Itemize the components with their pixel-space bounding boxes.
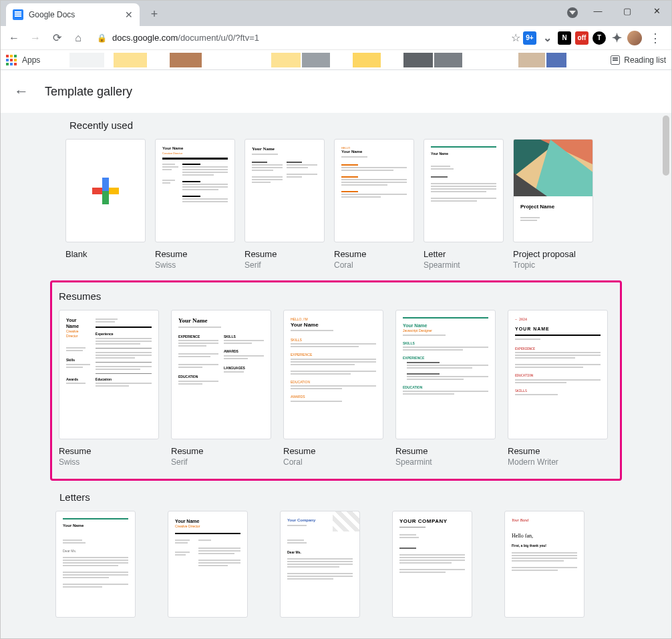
window-titlebar: Google Docs ✕ + — ▢ ✕ (1, 1, 671, 26)
template-card-blank[interactable]: Blank (65, 139, 146, 270)
bookmark-item[interactable] (434, 53, 462, 67)
section-letters: Letters Your Name Dear Ms. (55, 491, 617, 618)
section-resumes-highlighted: Resumes Your Name Creative Director Skil… (50, 280, 622, 481)
bookmark-item[interactable] (271, 53, 301, 67)
template-card-resume-coral[interactable]: HELLO Your Name Resume Coral (334, 139, 414, 270)
extension-icon[interactable]: N (558, 31, 571, 45)
template-card-resume-spearmint[interactable]: Your Name Javascript Designer SKILLS EXP… (395, 310, 496, 467)
extension-icon[interactable]: 9+ (523, 31, 536, 45)
template-card-resume-swiss[interactable]: Your Name Creative Director (155, 139, 235, 270)
bookmark-item[interactable] (302, 53, 330, 67)
window-controls: — ▢ ✕ (583, 1, 671, 21)
browser-menu-icon[interactable]: ⋮ (646, 29, 665, 47)
reading-list-button[interactable]: Reading list (605, 55, 666, 65)
pocket-icon[interactable]: ⌄ (540, 31, 554, 45)
browser-tab[interactable]: Google Docs ✕ (6, 3, 140, 26)
section-title: Resumes (59, 290, 609, 302)
bookmark-star-icon[interactable]: ☆ (511, 31, 520, 44)
bookmark-item[interactable] (546, 53, 566, 67)
template-card-resume-serif[interactable]: Your Name (244, 139, 325, 270)
bookmark-item[interactable] (518, 53, 545, 67)
docs-favicon-icon (13, 9, 23, 20)
address-bar[interactable]: 🔒 docs.google.com/document/u/0/?ftv=1 (90, 29, 508, 47)
template-card-letter-company[interactable]: Your Company Dear Ms. (280, 511, 380, 618)
profile-avatar[interactable] (627, 31, 642, 45)
section-title: Recently used (69, 120, 603, 131)
lock-icon: 🔒 (97, 33, 107, 43)
template-card-letter-fan[interactable]: Your Band Hello fan, First, a big thank … (504, 511, 605, 618)
template-card-resume-modern-writer[interactable]: — 2024 YOUR NAME EXPERIENCE EDUCATION SK… (508, 310, 608, 467)
template-card-letter-bigcompany[interactable]: YOUR COMPANY (392, 511, 492, 618)
reading-list-icon (611, 55, 620, 65)
template-thumb (65, 139, 146, 242)
bookmark-item[interactable] (114, 53, 147, 67)
section-title: Letters (59, 491, 613, 503)
template-card-resume-swiss[interactable]: Your Name Creative Director Skills Award… (59, 310, 159, 467)
browser-toolbar: ← → ⟳ ⌂ 🔒 docs.google.com/document/u/0/?… (1, 26, 671, 50)
url-path: /document/u/0/?ftv=1 (178, 33, 259, 43)
minimize-button[interactable]: — (583, 1, 613, 21)
extension-icon[interactable]: T (593, 31, 606, 45)
close-tab-icon[interactable]: ✕ (125, 9, 133, 20)
back-button[interactable]: ← (5, 29, 23, 47)
tab-search-icon[interactable] (567, 7, 578, 18)
bookmark-folders (45, 53, 666, 67)
template-card-letter-spearmint[interactable]: Your Name Dear Ms. (55, 511, 156, 618)
section-recently-used: Recently used Blank Your Name Creative D… (65, 120, 607, 270)
extension-icons: 9+ ⌄ N off T ✦ ⋮ (523, 29, 667, 47)
reload-button[interactable]: ⟳ (47, 29, 66, 47)
extensions-puzzle-icon[interactable]: ✦ (610, 31, 623, 45)
tab-title: Google Docs (29, 10, 120, 19)
apps-label[interactable]: Apps (22, 55, 40, 65)
bookmark-item[interactable] (170, 53, 202, 67)
template-card-letter-spearmint[interactable]: Your Name Letter Spearmint (424, 139, 504, 270)
forward-button[interactable]: → (26, 29, 45, 47)
template-canvas: Recently used Blank Your Name Creative D… (1, 113, 671, 639)
template-card-letter-swiss[interactable]: Your Name Creative Director (168, 511, 268, 618)
back-arrow-icon[interactable]: ← (14, 83, 29, 100)
app-header: ← Template gallery (1, 70, 671, 113)
extension-icon[interactable]: off (575, 31, 589, 45)
bookmark-item[interactable] (403, 53, 433, 67)
bookmark-item[interactable] (353, 53, 381, 67)
new-tab-button[interactable]: + (145, 5, 164, 23)
template-card-resume-coral[interactable]: HELLO, I'M Your Name SKILLS EXPERIENCE E… (283, 310, 383, 467)
template-card-resume-serif[interactable]: Your Name EXPERIENCE EDUCATION (171, 310, 271, 467)
reading-list-label: Reading list (624, 55, 666, 65)
template-card-project-proposal[interactable]: Project Name Project proposal Tropic (513, 139, 593, 270)
home-button[interactable]: ⌂ (69, 29, 88, 47)
bookmark-item[interactable] (69, 53, 104, 67)
maximize-button[interactable]: ▢ (613, 1, 642, 21)
url-host: docs.google.com (112, 33, 178, 43)
bookmarks-bar: Apps Reading list (1, 50, 671, 70)
close-window-button[interactable]: ✕ (642, 1, 671, 21)
scrollbar[interactable] (663, 116, 669, 176)
apps-grid-icon[interactable] (6, 55, 17, 65)
page-title: Template gallery (45, 85, 132, 99)
